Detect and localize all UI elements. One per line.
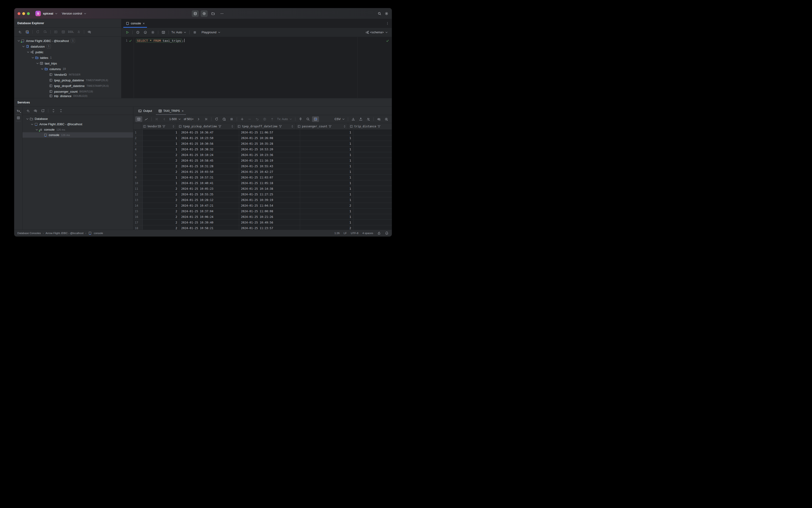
table-cell[interactable]: 2 (143, 197, 179, 203)
run-query-button[interactable] (124, 30, 131, 35)
tree-item-tpep-dropoff-datetime[interactable]: tpep_dropoff_datetimeTIMESTAMP(26,6) (14, 83, 121, 89)
table-view-button[interactable] (135, 116, 142, 122)
tree-item-console[interactable]: console126 ms (22, 132, 133, 138)
grid-view-options-button[interactable] (375, 116, 382, 122)
chevron-down-icon[interactable] (26, 50, 30, 54)
add-row-button[interactable] (239, 116, 246, 122)
sort-icon[interactable] (230, 125, 234, 128)
minimize-window-button[interactable] (22, 12, 25, 15)
table-cell[interactable]: 2024-01-25 10:38:32 (179, 146, 239, 152)
table-cell[interactable]: 1 (300, 197, 353, 203)
chevron-down-icon[interactable] (30, 122, 34, 126)
grid-tx-mode-select[interactable]: Tx: Auto (276, 117, 294, 121)
table-cell[interactable]: 1 (300, 152, 353, 158)
zoom-window-button[interactable] (27, 12, 30, 15)
pin-tab-button[interactable] (297, 116, 304, 122)
file-encoding[interactable]: UTF-8 (351, 232, 358, 235)
project-files-button[interactable] (210, 10, 217, 17)
navigate-button[interactable] (75, 29, 82, 35)
sql-statement[interactable]: SELECT * FROM taxi_trips; (134, 37, 184, 98)
tree-item-passenger-count[interactable]: passenger_countBIGINT(19) (14, 89, 121, 94)
table-cell[interactable]: 2024-01-25 10:53:20 (239, 146, 300, 152)
table-cell[interactable]: 2024-01-25 10:57:31 (179, 175, 239, 180)
tree-item-columns[interactable]: columns19 (14, 66, 121, 72)
tree-item-trip-distance[interactable]: trip_distanceDOUBLE(0) (14, 94, 121, 97)
view-options-button[interactable] (86, 29, 93, 35)
breadcrumb-item[interactable]: Database Consoles (17, 232, 41, 235)
notifications-bell-icon[interactable] (385, 231, 389, 235)
table-cell[interactable]: 1 (300, 175, 353, 180)
add-service-button[interactable] (25, 108, 32, 114)
schema-select[interactable]: <schema> (364, 31, 389, 34)
tree-item-arrow-flight-jdbc-localhost[interactable]: Arrow Flight JDBC - @localhost (22, 122, 133, 127)
export-format-select[interactable]: CSV (333, 117, 346, 121)
stop-refresh-button[interactable] (228, 116, 235, 122)
table-cell[interactable]: 1 (300, 220, 353, 225)
table-cell[interactable]: 1 (143, 175, 179, 180)
chart-view-button[interactable] (143, 116, 150, 122)
row-number[interactable]: 10 (133, 180, 143, 186)
next-page-button[interactable] (195, 116, 202, 122)
table-cell[interactable]: 1 (300, 130, 353, 135)
table-cell[interactable]: 2.46 (353, 209, 392, 214)
search-icon[interactable] (378, 12, 381, 15)
filter-funnel-icon[interactable] (328, 125, 332, 128)
close-tab-icon[interactable]: × (143, 22, 145, 25)
table-cell[interactable]: 2024-01-25 10:23:36 (239, 152, 300, 158)
table-cell[interactable]: 2024-01-25 10:10:24 (179, 152, 239, 158)
column-header-tpep-pickup-datetime[interactable]: tpep_pickup_datetime (177, 123, 236, 129)
table-cell[interactable]: 2 (143, 220, 179, 225)
row-number[interactable]: 3 (133, 141, 143, 146)
table-cell[interactable]: 18.6 (353, 169, 392, 174)
row-number[interactable]: 9 (133, 175, 143, 180)
indent-setting[interactable]: 4 spaces (362, 232, 373, 235)
inspections-ok-icon[interactable] (386, 39, 389, 43)
collapse-all-button[interactable] (57, 108, 64, 114)
filter-funnel-icon[interactable] (377, 125, 381, 128)
chevron-down-icon[interactable] (25, 117, 29, 121)
table-cell[interactable]: 2 (143, 214, 179, 219)
import-button[interactable] (350, 116, 357, 122)
table-cell[interactable]: 2024-01-25 10:55:35 (179, 192, 239, 197)
stop-strip-button[interactable] (17, 116, 20, 119)
table-cell[interactable]: 1.8 (353, 180, 392, 186)
tree-item-taxi-trips[interactable]: taxi_trips (14, 60, 121, 66)
table-cell[interactable]: 2.06 (353, 203, 392, 208)
console-settings-button[interactable] (149, 30, 156, 35)
row-number[interactable]: 13 (133, 197, 143, 203)
close-window-button[interactable] (17, 12, 20, 15)
chevron-down-icon[interactable] (35, 128, 39, 132)
history-button[interactable] (134, 30, 141, 35)
table-cell[interactable]: 1 (300, 192, 353, 197)
table-cell[interactable]: 2024-01-25 10:21:26 (239, 214, 300, 219)
table-cell[interactable]: 1 (300, 169, 353, 174)
sql-editor[interactable]: 1 SELECT * FROM taxi_trips; (122, 37, 392, 98)
sort-icon[interactable] (172, 125, 175, 128)
table-cell[interactable]: 2024-01-25 10:37:04 (179, 209, 239, 214)
table-cell[interactable]: 2024-01-25 10:58:21 (179, 225, 239, 229)
ddl-button[interactable]: DDL (67, 30, 75, 34)
table-cell[interactable]: 9.49 (353, 164, 392, 169)
row-number[interactable]: 17 (133, 220, 143, 225)
tree-item-database[interactable]: Database (22, 116, 133, 122)
row-number[interactable]: 11 (133, 186, 143, 192)
table-cell[interactable]: 2.9 (353, 130, 392, 135)
table-cell[interactable]: 2024-01-25 10:39:19 (239, 197, 300, 203)
tree-item-datafusion[interactable]: datafusion1 (14, 44, 121, 49)
sort-icon[interactable] (290, 125, 294, 128)
table-cell[interactable]: 2024-01-25 11:04:54 (239, 203, 300, 208)
delete-row-button[interactable] (246, 116, 253, 122)
row-number[interactable]: 18 (133, 225, 143, 229)
table-cell[interactable]: 0.98 (353, 214, 392, 219)
table-cell[interactable]: 0.76 (353, 175, 392, 180)
show-options-button[interactable] (32, 108, 39, 114)
table-cell[interactable]: 1 (143, 146, 179, 152)
table-cell[interactable]: 2024-01-25 11:16:19 (239, 158, 300, 163)
filter-funnel-icon[interactable] (162, 125, 166, 128)
table-cell[interactable]: 0.75 (353, 197, 392, 203)
chevron-down-icon[interactable] (35, 61, 39, 65)
auto-refresh-button[interactable] (221, 116, 228, 122)
datasource-properties-button[interactable] (24, 29, 31, 35)
new-query-console-button[interactable] (52, 29, 59, 35)
row-number[interactable]: 15 (133, 209, 143, 214)
